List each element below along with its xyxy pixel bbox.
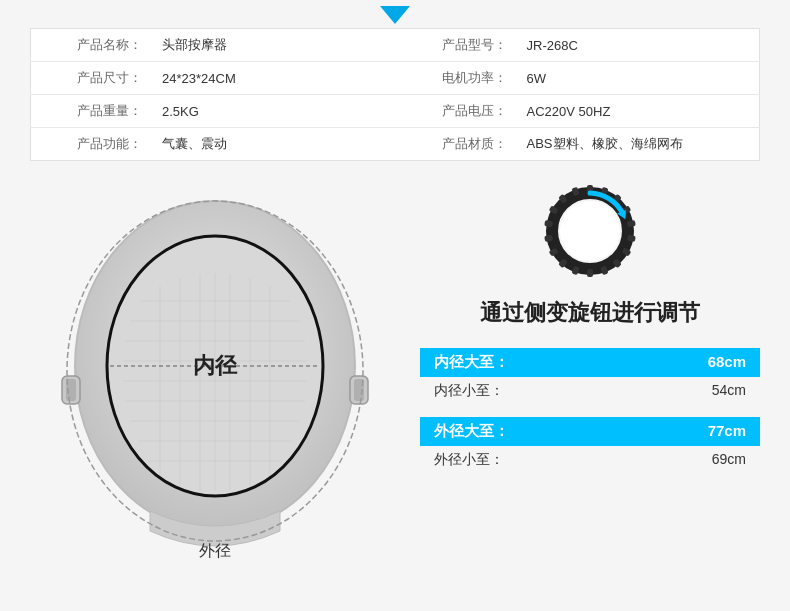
spec-label-material: 产品材质： (395, 128, 517, 161)
svg-point-29 (560, 201, 620, 261)
inner-max-label: 内径大至： (434, 353, 509, 372)
spec-value-model: JR-268C (517, 29, 760, 62)
spec-value-size: 24*23*24CM (152, 62, 395, 95)
top-arrow (0, 0, 790, 28)
spec-row-4: 产品功能： 气囊、震动 产品材质： ABS塑料、橡胶、海绵网布 (31, 128, 760, 161)
spec-label-name: 产品名称： (31, 29, 153, 62)
adjust-text: 通过侧变旋钮进行调节 (480, 299, 700, 328)
spec-label-function: 产品功能： (31, 128, 153, 161)
inner-min-value: 54cm (712, 382, 746, 400)
right-panel: 通过侧变旋钮进行调节 内径大至： 68cm 内径小至： 54cm 外径大至： 7… (400, 171, 760, 486)
outer-dimension-group: 外径大至： 77cm 外径小至： 69cm (420, 417, 760, 472)
svg-marker-0 (380, 6, 410, 24)
spec-label-model: 产品型号： (395, 29, 517, 62)
outer-max-value: 77cm (708, 422, 746, 441)
spec-row-1: 产品名称： 头部按摩器 产品型号： JR-268C (31, 29, 760, 62)
outer-max-row: 外径大至： 77cm (420, 417, 760, 446)
specs-table: 产品名称： 头部按摩器 产品型号： JR-268C 产品尺寸： 24*23*24… (30, 28, 760, 161)
inner-max-row: 内径大至： 68cm (420, 348, 760, 377)
inner-min-row: 内径小至： 54cm (420, 379, 760, 403)
svg-text:外径: 外径 (199, 542, 231, 559)
spec-label-voltage: 产品电压： (395, 95, 517, 128)
outer-min-row: 外径小至： 69cm (420, 448, 760, 472)
helmet-diagram: 内径 外径 (30, 171, 400, 561)
spec-value-name: 头部按摩器 (152, 29, 395, 62)
outer-max-label: 外径大至： (434, 422, 509, 441)
spec-row-3: 产品重量： 2.5KG 产品电压： AC220V 50HZ (31, 95, 760, 128)
spec-label-weight: 产品重量： (31, 95, 153, 128)
spec-value-voltage: AC220V 50HZ (517, 95, 760, 128)
spec-value-material: ABS塑料、橡胶、海绵网布 (517, 128, 760, 161)
outer-min-value: 69cm (712, 451, 746, 469)
main-area: 内径 外径 (0, 171, 790, 561)
spec-value-power: 6W (517, 62, 760, 95)
outer-min-label: 外径小至： (434, 451, 504, 469)
spec-label-power: 电机功率： (395, 62, 517, 95)
helmet-svg: 内径 外径 (30, 171, 400, 561)
knob-ring-container (540, 181, 640, 285)
svg-rect-39 (587, 269, 593, 277)
spec-row-2: 产品尺寸： 24*23*24CM 电机功率： 6W (31, 62, 760, 95)
spec-value-weight: 2.5KG (152, 95, 395, 128)
inner-max-value: 68cm (708, 353, 746, 372)
spec-value-function: 气囊、震动 (152, 128, 395, 161)
inner-dimension-group: 内径大至： 68cm 内径小至： 54cm (420, 348, 760, 403)
inner-min-label: 内径小至： (434, 382, 504, 400)
knob-ring-svg (540, 181, 640, 281)
spec-label-size: 产品尺寸： (31, 62, 153, 95)
